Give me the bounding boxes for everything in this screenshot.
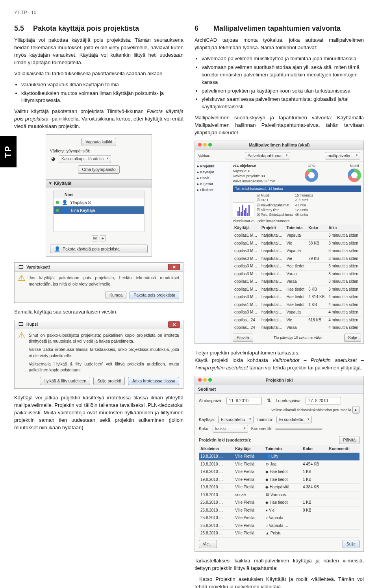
table-row[interactable]: 19.8.2010 …Ville Pietilä◆ Hae tiedot1 KB [199, 468, 359, 476]
table-row[interactable]: oppilas3 M…harjoitutal…Vie29 KB3 minuutt… [233, 255, 361, 263]
monitor-sidebar-item[interactable]: ▸ Liitokset [196, 187, 228, 193]
table-row[interactable]: oppilas3 M…harjoitutal…Vapauta4 minuutti… [233, 309, 361, 317]
close-button[interactable]: Sulje [344, 334, 361, 342]
range-note: Valitse aikaväli tiedostokokohistorian p… [271, 408, 351, 412]
start-date-field[interactable]: 11. 8.2010 [226, 397, 262, 404]
server-combo[interactable]: mallipalvelin [325, 152, 360, 160]
warning-dialog: 🗔Varoitukset! ✕ ⚠ Jos käyttäjät pakoteta… [14, 262, 183, 303]
window-titlebar: Projektin loki [195, 376, 363, 385]
own-env-button[interactable]: Oma työympäristö [78, 165, 119, 174]
monitor-sidebar: ▸ Projektit▸ Käyttäjät▸ Roolit▸ Kirjasto… [195, 162, 230, 343]
oops-dialog: 🗔Hups! ✕ ⚠ Sinut on pakko-uloskirjattu p… [14, 320, 183, 389]
close-icon[interactable]: ✕ [168, 321, 180, 328]
monitor-sidebar-item[interactable]: ▸ Kirjastot [196, 181, 228, 187]
traffic-lights[interactable] [198, 378, 212, 382]
table-row[interactable]: oppilas…24harjoitutal…Vie618 KB4 minuutt… [233, 316, 361, 324]
refresh-button[interactable]: Päivitä [339, 436, 359, 444]
table-row[interactable]: oppilas1 M…harjoitutal…Vapauta3 minuutti… [233, 232, 361, 240]
table-row[interactable]: 25.8.2010 …Ville Pietilä▲ Poistu [199, 530, 359, 538]
oops-msg3: Valitsemalla 'Hylkää & liity uudelleen' … [29, 361, 179, 373]
refresh-button[interactable]: Päivitä [233, 334, 253, 342]
table-row[interactable]: 19.8.2010 …Ville Pietilä⚙ Jaa4 454 KB [199, 460, 359, 468]
time-range-option[interactable]: 48 tuntia [295, 212, 313, 217]
eject-user-icon: 👤 [54, 246, 60, 252]
warning-icon: ⚠ [19, 332, 25, 339]
user-row-selected[interactable]: 👤 Tiina Käyttäjä [54, 206, 144, 214]
cancel-button[interactable]: Kumoa [106, 291, 126, 299]
teamwork-panel-screenshot: Vapauta kaikki Väritetyt työympäristöt: … [46, 134, 152, 257]
continue-detached-button[interactable]: Jatka irrotetussa tilassa [128, 377, 179, 385]
stepper-icon[interactable]: ⇅ [266, 397, 272, 404]
table-row[interactable]: oppilas3 M…harjoitutal…Hae tiedot4 814 K… [233, 293, 361, 301]
end-date-field[interactable]: 27. 8.2010 [306, 397, 341, 404]
monitor-sidebar-item[interactable]: ▸ Käyttäjät [196, 169, 228, 175]
table-row[interactable]: 25.8.2010 …Ville Pietilä◆ Hae tiedot1 KB [199, 499, 359, 507]
table-row[interactable]: oppilas1 M…harjoitutal…Hae tiedot5 KB3 m… [233, 286, 361, 293]
monitor-sidebar-item[interactable]: ▸ Roolit [196, 175, 228, 181]
users-list: Nimi 👤 Ylläpitäjä S 👤 Tiina Käyttäjä [53, 191, 145, 232]
time-range-option[interactable]: 12 tuntia [295, 208, 313, 212]
comment-field[interactable] [275, 428, 322, 430]
para: Samalla käyttäjä saa seuraavanlaisen vie… [14, 308, 183, 316]
table-row[interactable]: 25.8.2010 …Ville Pietilä● Vie9 KB [199, 506, 359, 514]
export-button[interactable]: Vie… [199, 540, 217, 548]
table-row[interactable]: oppilas1 M…harjoitutal…Hae tiedot1 KB4 m… [233, 301, 361, 309]
envelope-icon[interactable]: ✉ [92, 235, 98, 241]
table-row[interactable]: 19.8.2010 …Ville Pietilä◆ Hae tiedot1 KB [199, 476, 359, 484]
project-log-dialog: Projektin loki Suotimet Aloituspäivä: 11… [195, 376, 364, 552]
force-user-out-button[interactable]: 👤 Pakota käyttäjä pois projektista [50, 245, 148, 253]
tab-combo[interactable]: Palvelintapahtumat [245, 152, 290, 160]
action-filter-combo[interactable]: Ei suodatettu [276, 416, 312, 423]
legend-item[interactable]: ☑ CPU [257, 198, 293, 202]
table-row[interactable]: oppilas1 M…harjoitutal…Varaa3 minuuttia … [233, 278, 361, 286]
legend-item[interactable]: ☑ Pois. Siirtotapahtuma [257, 212, 293, 217]
para: Tarkastellaksesi kaikkia mallipalvelimen… [195, 557, 364, 572]
table-row[interactable]: 25.8.2010 …Ville Pietilä○ Vapauta [199, 514, 359, 522]
table-row[interactable]: 19.8.2010 …Ville Pietilä◆ Hae/päivitä4 3… [199, 484, 359, 492]
bullet-list: varauksien vapautus ilman käyttäjän toim… [14, 81, 183, 105]
table-row[interactable]: oppilas3 M…harjoitutal…Hae tiedot3 minuu… [233, 263, 361, 271]
traffic-lights[interactable] [198, 143, 212, 147]
user-row[interactable]: 👤 Ylläpitäjä S [54, 198, 144, 206]
table-row[interactable]: oppilas3 M…harjoitutal…Varaa3 minuuttia … [233, 270, 361, 278]
status-dot-icon [56, 209, 59, 212]
warning-dialog-title: Varoitukset! [26, 264, 50, 270]
force-out-button[interactable]: Pakota pois projektista [130, 291, 179, 299]
table-row[interactable]: 25.8.2010 …Ville Pietilä○ Vapauta … [199, 522, 359, 530]
color-combo[interactable]: Kaikki alkup…llä värillä [59, 155, 111, 163]
release-all-button[interactable]: Vapauta kaikki [82, 138, 116, 146]
size-filter-combo[interactable]: kaikki [213, 425, 248, 432]
section-6-heading: 6 Mallipalvelimen tapahtumien valvonta [195, 23, 364, 33]
plus-icon[interactable]: ＋ [100, 235, 106, 241]
close-icon[interactable]: ✕ [168, 264, 180, 270]
close-project-button[interactable]: Sulje projekti [93, 377, 125, 385]
start-date-label: Aloituspäivä: [199, 398, 222, 404]
para: Ylläpitäjä voi pakottaa käyttäjiä pois p… [14, 37, 183, 66]
monitor-sidebar-item[interactable]: ▸ Projektit [196, 163, 228, 169]
user-filter-combo[interactable]: Ei suodatettu [218, 416, 254, 423]
close-button[interactable]: Sulje [343, 540, 359, 548]
legend-item[interactable]: ☑ Palvelintapahtumat [257, 203, 293, 208]
app-icon: 🗔 [18, 264, 24, 270]
discard-rejoin-button[interactable]: Hylkää & liity uudelleen [40, 377, 91, 385]
end-date-label: Lopetuspäivä: [276, 398, 302, 404]
table-row[interactable]: 19.8.2010 …Ville Pietilä👥 Liity [199, 453, 359, 461]
legend-item[interactable]: ☑ Muisti [257, 193, 293, 198]
oops-msg2: Valitse 'Jatka irrotetussa tilassa' tark… [29, 347, 179, 358]
users-section-header[interactable]: ▾ Käyttäjät [46, 179, 152, 187]
app-icon: 🗔 [18, 321, 24, 328]
time-range-option[interactable]: 15 minuuttia [295, 193, 313, 198]
table-row[interactable]: 19.8.2010 …server🖥 Varmuus… [199, 491, 359, 499]
time-range-option[interactable]: 4 tuntia [295, 203, 313, 208]
table-row[interactable]: oppilas1 M…harjoitutal…Vie58 KB3 minuutt… [233, 239, 361, 247]
range-play-button[interactable]: ▸ [352, 406, 359, 414]
warning-icon: ⚠ [19, 275, 25, 281]
section-5-5-heading: 5.5 Pakota käyttäjä pois projektista [14, 23, 183, 33]
user-filter-label: Käyttäjä: [199, 417, 215, 423]
log-list-label: Projektin loki (suodatettu): [199, 437, 251, 443]
table-row[interactable]: oppilas…24harjoitutal…Varaa4 minuuttia s… [233, 324, 361, 332]
size-filter-label: Koko: [199, 426, 209, 432]
legend-item[interactable]: ☑ Siirretty tieto [257, 208, 293, 212]
time-range-option[interactable]: ✓ 1 tunti [295, 198, 313, 202]
table-row[interactable]: oppilas3 M…harjoitutal…Vapauta3 minuutti… [233, 247, 361, 255]
